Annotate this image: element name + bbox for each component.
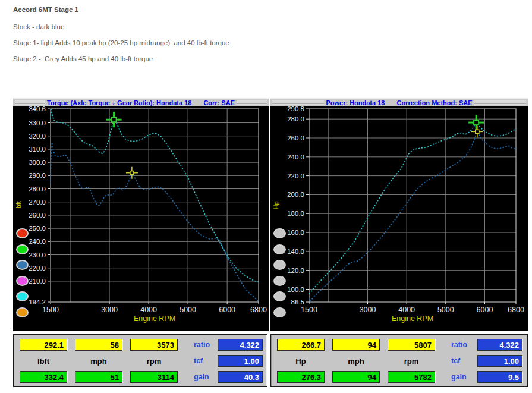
cursor-value-box: 332.4 (20, 371, 67, 383)
cursor-value-box: 276.3 (277, 371, 325, 383)
svg-text:240.0: 240.0 (29, 238, 46, 245)
svg-text:3000: 3000 (360, 306, 376, 314)
cursor-value-box: 3114 (130, 371, 178, 383)
svg-text:86.5: 86.5 (291, 298, 304, 306)
svg-text:260.0: 260.0 (287, 134, 304, 142)
svg-text:5000: 5000 (180, 306, 196, 314)
svg-text:220.0: 220.0 (287, 172, 304, 180)
svg-text:1500: 1500 (42, 306, 59, 314)
ratio-value-box: 4.322 (218, 339, 263, 351)
svg-text:220.0: 220.0 (29, 265, 46, 272)
tcf-label: tcf (185, 357, 210, 365)
svg-text:200.0: 200.0 (287, 191, 304, 198)
svg-text:3000: 3000 (101, 306, 118, 314)
svg-text:6800: 6800 (250, 306, 267, 314)
svg-text:290.0: 290.0 (29, 172, 46, 179)
svg-text:240.0: 240.0 (287, 153, 304, 161)
svg-text:120.0: 120.0 (287, 267, 304, 274)
torque-chart-canvas[interactable]: 340.6330.0320.0310.0300.0290.0280.0270.0… (13, 106, 269, 331)
gain-label: gain (185, 373, 210, 381)
svg-text:180.0: 180.0 (287, 210, 304, 217)
power-chart-titlebar[interactable]: Power: Hondata 18 Correction Method: SAE (270, 98, 528, 106)
cursor-marker-yellow-cursor[interactable] (471, 125, 483, 137)
power-chart-canvas[interactable]: 290.8280.0260.0240.0220.0200.0180.0160.0… (270, 106, 528, 331)
svg-text:320.0: 320.0 (29, 133, 46, 140)
channel-button-6[interactable] (16, 307, 29, 317)
power-correction-label: Correction Method: SAE (396, 99, 472, 106)
channel-button-3[interactable] (16, 260, 29, 270)
x-axis-label: Engine RPM (392, 315, 433, 323)
svg-text:280.0: 280.0 (29, 186, 46, 193)
unit-label: mph (332, 357, 380, 366)
channel-button-1[interactable] (16, 228, 29, 238)
note-stock: Stock - dark blue (13, 23, 229, 30)
cursor-marker-green-cursor[interactable] (106, 112, 122, 127)
svg-text:100.0: 100.0 (287, 286, 304, 293)
cursor-marker-yellow-cursor[interactable] (126, 167, 138, 179)
titlebar-grip[interactable] (272, 100, 324, 105)
y-axis-ticks: 290.8280.0260.0240.0220.0200.0180.0160.0… (287, 105, 309, 306)
gridlines (309, 109, 516, 302)
channel-button-5[interactable] (16, 291, 29, 301)
svg-text:300.0: 300.0 (29, 159, 46, 166)
channel-button-4[interactable] (273, 276, 286, 286)
note-stage1: Stage 1- light Adds 10 peak hp (20-25 hp… (13, 39, 229, 46)
ratio-value-box: 4.322 (477, 339, 522, 351)
svg-text:250.0: 250.0 (29, 225, 46, 232)
tcf-value-box: 1.00 (218, 355, 263, 367)
svg-text:4000: 4000 (398, 306, 415, 314)
svg-text:230.0: 230.0 (29, 251, 46, 259)
svg-text:160.0: 160.0 (287, 229, 304, 236)
channel-button-1[interactable] (273, 228, 286, 238)
svg-text:140.0: 140.0 (287, 248, 304, 255)
cursor-value-box: 292.1 (20, 339, 67, 351)
svg-text:4000: 4000 (140, 306, 157, 314)
gridlines (51, 109, 259, 302)
cursor-value-box: 58 (75, 339, 122, 351)
gain-value-box: 9.5 (477, 371, 522, 383)
channel-button-6[interactable] (273, 307, 286, 317)
page-title: Accord 6MT Stage 1 (13, 6, 229, 13)
torque-chart-titlebar[interactable]: Torque (Axle Torque ÷ Gear Ratio): Honda… (13, 98, 269, 106)
svg-text:270.0: 270.0 (29, 199, 46, 206)
channel-button-2[interactable] (273, 244, 286, 254)
cursor-value-box: 3573 (130, 339, 178, 351)
svg-text:194.2: 194.2 (29, 298, 46, 306)
page-header: Accord 6MT Stage 1 Stock - dark blue Sta… (13, 6, 229, 71)
y-axis-label: Hp (272, 201, 279, 209)
unit-label: rpm (130, 357, 178, 366)
svg-text:6000: 6000 (477, 306, 493, 314)
titlebar-grip[interactable] (15, 100, 45, 105)
channel-button-4[interactable] (16, 276, 29, 286)
svg-text:330.0: 330.0 (29, 120, 46, 127)
svg-text:1500: 1500 (301, 306, 317, 314)
unit-label: rpm (388, 357, 435, 366)
power-chart-panel: Power: Hondata 18 Correction Method: SAE… (270, 98, 528, 331)
svg-text:5000: 5000 (437, 306, 454, 314)
unit-label: mph (75, 357, 122, 366)
channel-button-5[interactable] (273, 291, 286, 301)
ratio-label: ratio (185, 341, 210, 349)
channel-button-3[interactable] (273, 260, 286, 270)
tcf-value-box: 1.00 (477, 355, 522, 367)
svg-text:340.6: 340.6 (29, 105, 46, 112)
svg-text:280.0: 280.0 (287, 115, 304, 122)
svg-text:310.0: 310.0 (29, 146, 46, 153)
cursor-value-box: 266.7 (277, 339, 325, 351)
unit-label: lbft (20, 357, 67, 366)
channel-button-2[interactable] (16, 244, 29, 254)
gain-value-box: 40.3 (218, 371, 263, 383)
ratio-label: ratio (443, 341, 470, 349)
titlebar-grip[interactable] (474, 100, 526, 105)
svg-text:290.8: 290.8 (287, 105, 304, 112)
note-stage2: Stage 2 - Grey Adds 45 hp and 40 lb-ft t… (13, 55, 229, 62)
svg-text:210.0: 210.0 (29, 278, 46, 285)
svg-text:6000: 6000 (219, 306, 235, 314)
svg-text:6800: 6800 (508, 306, 524, 314)
unit-label: Hp (277, 357, 325, 366)
power-chart-title: Power: Hondata 18 (326, 99, 385, 106)
titlebar-grip[interactable] (237, 100, 267, 105)
x-axis-ticks: 150030004000500060006800 (301, 302, 524, 314)
x-axis-label: Engine RPM (134, 315, 175, 323)
tcf-label: tcf (443, 357, 470, 365)
